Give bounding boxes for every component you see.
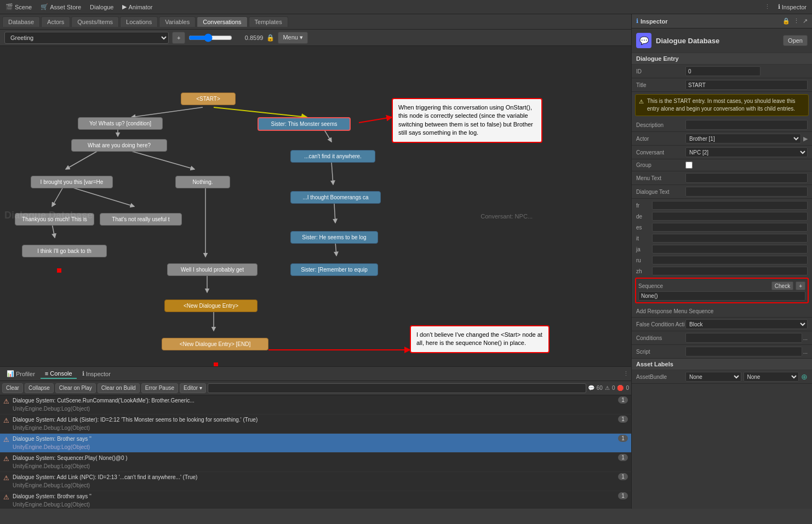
console-item-1[interactable]: ⚠ Dialogue System: Add Link (Sister): ID… [0,414,631,434]
node-remember[interactable]: Sister: [Remember to equip [290,263,378,276]
top-bar: 🎬 Scene 🛒 Asset Store Dialogue ▶ Animato… [0,0,812,14]
lang-fr-input[interactable] [652,201,808,210]
asset-bundle-add-btn[interactable]: ⊕ [801,372,808,381]
animator-tab[interactable]: ▶ Animator [119,2,156,11]
field-group: Group [632,159,812,171]
node-newentry[interactable]: <New Dialogue Entry> [164,300,258,312]
inspector-title: Inspector [641,18,782,25]
greeting-select[interactable]: Greeting [4,32,169,44]
tab-actors[interactable]: Actors [41,16,70,27]
console-icon: ≡ [45,370,48,377]
info-icon: ℹ [778,3,780,10]
actor-select[interactable]: Brother [1] [685,134,801,143]
tab-locations[interactable]: Locations [120,16,158,27]
false-condition-select[interactable]: Block [685,319,808,329]
count-0: 1 [618,396,628,404]
lang-row-it: it [636,233,808,244]
asset-bundle-select2[interactable]: None [744,372,799,382]
section-asset-labels: Asset Labels [632,359,812,370]
tab-variables[interactable]: Variables [159,16,196,27]
lock-icon-inspector[interactable]: 🔒 [782,18,790,25]
clear-btn[interactable]: Clear [2,383,23,393]
sequence-plus-btn[interactable]: + [796,281,805,290]
node-yowhats[interactable]: Yo! Whats up? [condition] [78,117,163,130]
node-cantfind[interactable]: ...can't find it anywhere. [290,150,375,163]
lock-icon: 🔒 [266,34,275,42]
console-item-5[interactable]: ⚠ Dialogue System: Brother says ''UnityE… [0,491,631,509]
node-ibrought[interactable]: I brought you this [var=He [31,176,113,188]
console-item-0[interactable]: ⚠ Dialogue System: CutScene.RunCommand('… [0,395,631,414]
asset-bundle-label: AssetBundle [636,374,685,380]
node-heseemslog[interactable]: Sister: He seems to be log [290,231,378,244]
scene-tab[interactable]: 🎬 Scene [2,2,35,11]
script-input[interactable] [685,347,802,356]
count-4: 1 [618,473,628,480]
node-whatdoing[interactable]: What are you doing here? [71,139,167,152]
expand-icon-inspector[interactable]: ↗ [803,18,808,25]
console-item-3[interactable]: ⚠ Dialogue System: Sequencer.Play( None(… [0,453,631,472]
collapse-btn[interactable]: Collapse [25,383,54,393]
title-input[interactable] [685,80,808,90]
group-label: Group [636,162,685,168]
tab-quests[interactable]: Quests/Items [71,16,119,27]
field-menu-text: Menu Text [632,171,812,185]
sequence-check-btn[interactable]: Check [771,281,793,290]
error-pause-btn[interactable]: Error Pause [141,383,178,393]
lang-es-input[interactable] [652,223,808,232]
open-btn[interactable]: Open [783,35,808,46]
node-boomerangs[interactable]: ...I thought Boomerangs ca [290,191,381,204]
field-asset-bundle: AssetBundle None None ⊕ [632,370,812,384]
inspector-header-tab[interactable]: ℹ Inspector [775,2,810,11]
node-wellishould[interactable]: Well I should probably get [167,263,258,276]
lang-de-input[interactable] [652,212,808,221]
tab-templates[interactable]: Templates [249,16,288,27]
group-checkbox[interactable] [685,162,693,169]
node-ithink[interactable]: I think I'll go back to th [22,245,107,257]
zoom-slider[interactable] [188,33,232,42]
inspector-db-header: 💬 Dialogue Database Open [632,28,812,53]
console-search-input[interactable] [208,383,586,393]
node-start[interactable]: <START> [181,93,236,105]
node-nothing[interactable]: Nothing. [175,176,230,188]
console-list[interactable]: ⚠ Dialogue System: CutScene.RunCommand('… [0,395,631,509]
lang-it-input[interactable] [652,234,808,243]
id-input[interactable] [685,66,760,76]
clear-on-play-btn[interactable]: Clear on Play [55,383,96,393]
conditions-input[interactable] [685,333,802,343]
node-sister1[interactable]: Sister: This Monster seems [258,117,351,131]
tab-database[interactable]: Database [2,16,40,27]
canvas-area[interactable]: <START> Yo! Whats up? [condition] Sister… [0,46,631,366]
lang-row-ru: ru [636,255,808,266]
actor-expand-btn[interactable]: ▶ [803,135,808,142]
count-5: 1 [618,492,628,499]
clear-on-build-btn[interactable]: Clear on Build [98,383,140,393]
lang-ja-input[interactable] [652,245,808,254]
profiler-icon: 📊 [7,370,14,377]
node-notreallyuseful[interactable]: That's not really useful t [100,213,182,226]
bottom-tab-console[interactable]: ≡ Console [41,369,77,379]
asset-bundle-select1[interactable]: None [685,372,741,382]
bottom-tab-inspector[interactable]: ℹ Inspector [78,369,115,378]
menu-text-input[interactable] [685,173,808,183]
dialogue-tab[interactable]: Dialogue [87,3,117,11]
description-input[interactable] [685,120,808,130]
tab-conversations[interactable]: Conversations [197,16,247,27]
node-newendentry[interactable]: <New Dialogue Entry> [END] [162,338,268,350]
dialogue-text-input[interactable] [685,187,808,197]
console-item-2[interactable]: ⚠ Dialogue System: Brother says ''UnityE… [0,434,631,453]
lang-ru-input[interactable] [652,256,808,264]
field-id: ID [632,65,812,78]
asset-store-tab[interactable]: 🛒 Asset Store [37,2,84,11]
more-icon-inspector[interactable]: ⋮ [793,18,799,25]
menu-btn[interactable]: Menu ▾ [278,32,308,44]
console-item-4[interactable]: ⚠ Dialogue System: Add Link (NPC): ID=2:… [0,472,631,491]
bottom-tab-profiler[interactable]: 📊 Profiler [2,369,39,378]
script-expand[interactable]: ... [803,349,808,355]
add-conversation-btn[interactable]: + [172,32,185,44]
conversant-select[interactable]: NPC [2] [685,147,808,157]
conditions-expand[interactable]: ... [803,335,808,341]
svg-line-11 [335,242,336,256]
lang-zh-input[interactable] [652,267,808,275]
node-thankyou[interactable]: Thankyou so much! This is [15,213,94,226]
editor-btn[interactable]: Editor ▾ [180,383,206,393]
